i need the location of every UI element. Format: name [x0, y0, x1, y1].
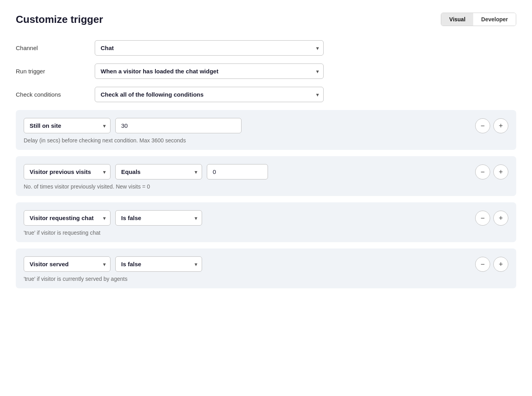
- check-conditions-row: Check conditions Check all of the follow…: [16, 87, 516, 102]
- visual-mode-button[interactable]: Visual: [441, 13, 473, 26]
- view-toggle: Visual Developer: [441, 13, 516, 26]
- run-trigger-label: Run trigger: [16, 68, 95, 75]
- run-trigger-row: Run trigger When a visitor has loaded th…: [16, 64, 516, 79]
- conditions-select[interactable]: Check all of the following conditions Ch…: [95, 87, 324, 102]
- condition-block-1: Still on site Visitor previous visits Vi…: [16, 110, 516, 150]
- condition-block-4: Still on site Visitor previous visits Vi…: [16, 248, 516, 288]
- condition-actions-2: − +: [475, 164, 508, 179]
- condition-row-4: Still on site Visitor previous visits Vi…: [24, 256, 508, 272]
- condition-type-select-1[interactable]: Still on site Visitor previous visits Vi…: [24, 118, 111, 133]
- condition-type-select-3[interactable]: Still on site Visitor previous visits Vi…: [24, 210, 111, 226]
- condition-operator-wrapper-3: Is false Is true: [115, 210, 202, 226]
- condition-operator-wrapper-4: Is false Is true: [115, 256, 202, 272]
- condition-add-button-3[interactable]: +: [493, 211, 508, 226]
- condition-block-2: Still on site Visitor previous visits Vi…: [16, 156, 516, 196]
- condition-block-3: Still on site Visitor previous visits Vi…: [16, 202, 516, 242]
- page-header: Customize trigger Visual Developer: [16, 13, 516, 26]
- condition-row-2: Still on site Visitor previous visits Vi…: [24, 164, 508, 179]
- condition-row-1: Still on site Visitor previous visits Vi…: [24, 118, 508, 133]
- condition-type-wrapper-3: Still on site Visitor previous visits Vi…: [24, 210, 111, 226]
- condition-value-input-1[interactable]: [115, 118, 242, 133]
- developer-mode-button[interactable]: Developer: [473, 13, 516, 26]
- page-title: Customize trigger: [16, 13, 103, 26]
- condition-add-button-1[interactable]: +: [493, 118, 508, 133]
- condition-hint-3: 'true' if visitor is requesting chat: [24, 230, 508, 236]
- condition-row-3: Still on site Visitor previous visits Vi…: [24, 210, 508, 226]
- conditions-select-wrapper: Check all of the following conditions Ch…: [95, 87, 324, 102]
- condition-operator-select-3[interactable]: Is false Is true: [115, 210, 202, 226]
- condition-actions-3: − +: [475, 211, 508, 226]
- condition-hint-2: No. of times visitor previously visited.…: [24, 183, 508, 190]
- condition-actions-1: − +: [475, 118, 508, 133]
- condition-hint-1: Delay (in secs) before checking next con…: [24, 137, 508, 144]
- condition-remove-button-3[interactable]: −: [475, 211, 490, 226]
- condition-type-select-4[interactable]: Still on site Visitor previous visits Vi…: [24, 256, 111, 272]
- conditions-container: Still on site Visitor previous visits Vi…: [16, 110, 516, 288]
- condition-hint-4: 'true' if visitor is currently served by…: [24, 276, 508, 282]
- condition-type-select-2[interactable]: Still on site Visitor previous visits Vi…: [24, 164, 111, 179]
- channel-select[interactable]: Chat Email SMS: [95, 40, 324, 56]
- condition-type-wrapper-2: Still on site Visitor previous visits Vi…: [24, 164, 111, 179]
- condition-actions-4: − +: [475, 257, 508, 272]
- condition-add-button-4[interactable]: +: [493, 257, 508, 272]
- check-conditions-label: Check conditions: [16, 91, 95, 98]
- condition-value-input-2[interactable]: [207, 164, 268, 179]
- channel-label: Channel: [16, 45, 95, 51]
- condition-type-wrapper-4: Still on site Visitor previous visits Vi…: [24, 256, 111, 272]
- condition-operator-wrapper-2: Equals Not equals Greater than Less than: [115, 164, 202, 179]
- condition-type-wrapper-1: Still on site Visitor previous visits Vi…: [24, 118, 111, 133]
- condition-add-button-2[interactable]: +: [493, 164, 508, 179]
- condition-operator-select-2[interactable]: Equals Not equals Greater than Less than: [115, 164, 202, 179]
- condition-operator-select-4[interactable]: Is false Is true: [115, 256, 202, 272]
- trigger-select-wrapper: When a visitor has loaded the chat widge…: [95, 64, 324, 79]
- condition-remove-button-4[interactable]: −: [475, 257, 490, 272]
- channel-select-wrapper: Chat Email SMS: [95, 40, 324, 56]
- trigger-select[interactable]: When a visitor has loaded the chat widge…: [95, 64, 324, 79]
- condition-remove-button-2[interactable]: −: [475, 164, 490, 179]
- condition-remove-button-1[interactable]: −: [475, 118, 490, 133]
- channel-row: Channel Chat Email SMS: [16, 40, 516, 56]
